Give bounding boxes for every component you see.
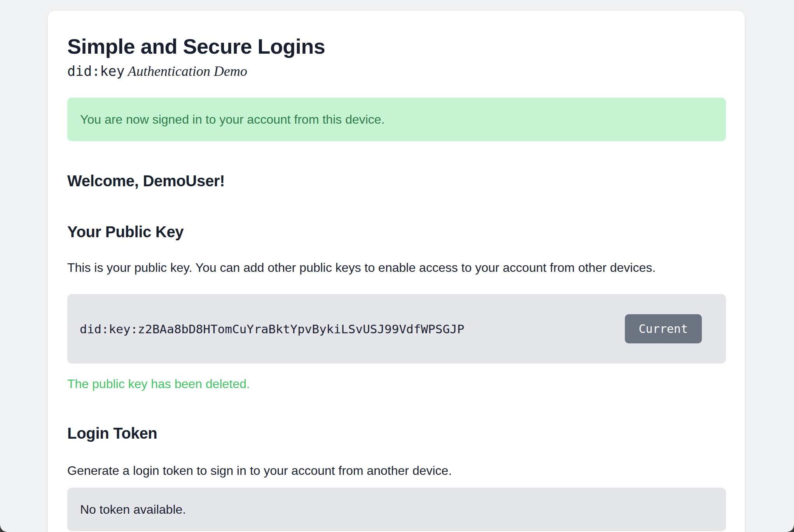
page-title: Simple and Secure Logins bbox=[67, 34, 726, 58]
welcome-heading: Welcome, DemoUser! bbox=[67, 172, 726, 190]
page-subtitle: did:key Authentication Demo bbox=[67, 62, 726, 80]
public-key-value: did:key:z2BAa8bD8HTomCuYraBktYpvBykiLSvU… bbox=[80, 322, 464, 336]
public-key-heading: Your Public Key bbox=[67, 223, 726, 241]
subtitle-demo-text: Authentication Demo bbox=[125, 63, 247, 79]
main-card: Simple and Secure Logins did:key Authent… bbox=[48, 11, 745, 532]
window-corner-left bbox=[0, 525, 7, 532]
login-token-description: Generate a login token to sign in to you… bbox=[67, 462, 726, 480]
login-token-heading: Login Token bbox=[67, 425, 726, 442]
public-key-box: did:key:z2BAa8bD8HTomCuYraBktYpvBykiLSvU… bbox=[67, 294, 726, 364]
token-status-box: No token available. bbox=[67, 488, 726, 531]
current-key-button[interactable]: Current bbox=[625, 314, 702, 343]
public-key-description: This is your public key. You can add oth… bbox=[67, 259, 726, 276]
subtitle-did-key-code: did:key bbox=[67, 63, 125, 79]
key-deleted-status: The public key has been deleted. bbox=[67, 375, 726, 393]
window-corner-right bbox=[787, 525, 794, 532]
signin-success-alert: You are now signed in to your account fr… bbox=[67, 98, 726, 141]
